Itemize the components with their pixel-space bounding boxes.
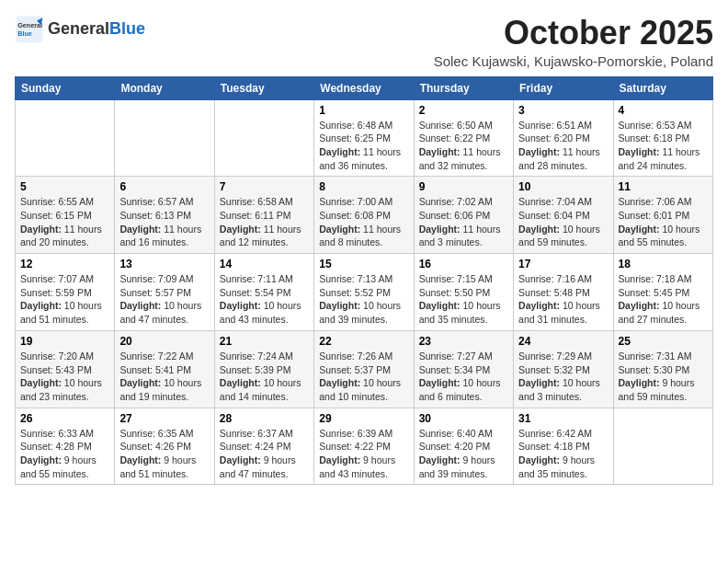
day-info: Sunrise: 6:40 AMSunset: 4:20 PMDaylight:… <box>419 427 508 481</box>
calendar-cell: 5Sunrise: 6:55 AMSunset: 6:15 PMDaylight… <box>16 177 115 254</box>
day-number: 22 <box>319 335 408 348</box>
day-info: Sunrise: 6:39 AMSunset: 4:22 PMDaylight:… <box>319 427 408 481</box>
calendar-cell: 8Sunrise: 7:00 AMSunset: 6:08 PMDaylight… <box>314 177 414 254</box>
day-info: Sunrise: 7:06 AMSunset: 6:01 PMDaylight:… <box>619 195 708 249</box>
day-number: 4 <box>619 104 708 117</box>
day-info: Sunrise: 7:24 AMSunset: 5:39 PMDaylight:… <box>220 350 309 404</box>
calendar-cell: 27Sunrise: 6:35 AMSunset: 4:26 PMDayligh… <box>115 408 214 485</box>
day-number: 13 <box>119 258 209 270</box>
calendar-cell: 28Sunrise: 6:37 AMSunset: 4:24 PMDayligh… <box>214 408 313 485</box>
day-info: Sunrise: 7:04 AMSunset: 6:04 PMDaylight:… <box>518 195 608 249</box>
day-info: Sunrise: 7:22 AMSunset: 5:41 PMDaylight:… <box>119 350 209 404</box>
calendar-cell: 7Sunrise: 6:58 AMSunset: 6:11 PMDaylight… <box>214 177 313 254</box>
day-number: 17 <box>518 258 608 270</box>
calendar-cell: 29Sunrise: 6:39 AMSunset: 4:22 PMDayligh… <box>314 408 414 485</box>
day-info: Sunrise: 7:20 AMSunset: 5:43 PMDaylight:… <box>20 350 109 404</box>
day-info: Sunrise: 7:16 AMSunset: 5:48 PMDaylight:… <box>518 272 608 327</box>
calendar-table: SundayMondayTuesdayWednesdayThursdayFrid… <box>15 76 713 486</box>
day-info: Sunrise: 7:09 AMSunset: 5:57 PMDaylight:… <box>119 272 209 327</box>
day-number: 29 <box>319 412 408 425</box>
calendar-cell: 21Sunrise: 7:24 AMSunset: 5:39 PMDayligh… <box>214 330 313 408</box>
calendar-cell <box>214 99 313 177</box>
day-number: 11 <box>619 180 708 193</box>
day-number: 12 <box>20 258 109 270</box>
calendar-cell: 12Sunrise: 7:07 AMSunset: 5:59 PMDayligh… <box>16 254 115 331</box>
day-number: 24 <box>518 335 608 348</box>
day-info: Sunrise: 6:37 AMSunset: 4:24 PMDaylight:… <box>220 427 309 481</box>
calendar-week-row: 1Sunrise: 6:48 AMSunset: 6:25 PMDaylight… <box>16 99 713 177</box>
calendar-cell: 4Sunrise: 6:53 AMSunset: 6:18 PMDaylight… <box>613 99 712 177</box>
day-info: Sunrise: 7:29 AMSunset: 5:32 PMDaylight:… <box>518 350 608 404</box>
calendar-cell: 26Sunrise: 6:33 AMSunset: 4:28 PMDayligh… <box>16 408 115 485</box>
day-info: Sunrise: 6:55 AMSunset: 6:15 PMDaylight:… <box>20 195 109 249</box>
day-info: Sunrise: 6:35 AMSunset: 4:26 PMDaylight:… <box>119 427 209 481</box>
calendar-cell <box>115 99 214 177</box>
calendar-cell: 16Sunrise: 7:15 AMSunset: 5:50 PMDayligh… <box>414 254 513 331</box>
svg-text:Blue: Blue <box>17 29 32 38</box>
calendar-header-row: SundayMondayTuesdayWednesdayThursdayFrid… <box>16 76 713 99</box>
day-number: 16 <box>419 258 508 270</box>
calendar-cell: 22Sunrise: 7:26 AMSunset: 5:37 PMDayligh… <box>314 330 414 408</box>
day-info: Sunrise: 7:00 AMSunset: 6:08 PMDaylight:… <box>319 195 408 249</box>
day-info: Sunrise: 7:11 AMSunset: 5:54 PMDaylight:… <box>220 272 309 327</box>
day-info: Sunrise: 6:42 AMSunset: 4:18 PMDaylight:… <box>518 427 608 481</box>
calendar-cell: 23Sunrise: 7:27 AMSunset: 5:34 PMDayligh… <box>414 330 513 408</box>
day-number: 8 <box>319 180 408 193</box>
day-number: 10 <box>518 180 608 193</box>
day-number: 7 <box>220 180 309 193</box>
month-title: October 2025 <box>434 15 713 52</box>
weekday-header: Tuesday <box>214 76 313 99</box>
page-header: General Blue GeneralBlue October 2025 So… <box>15 15 713 69</box>
day-number: 19 <box>20 335 109 348</box>
calendar-cell: 11Sunrise: 7:06 AMSunset: 6:01 PMDayligh… <box>613 177 712 254</box>
calendar-cell: 25Sunrise: 7:31 AMSunset: 5:30 PMDayligh… <box>613 330 712 408</box>
day-number: 15 <box>319 258 408 270</box>
day-info: Sunrise: 6:53 AMSunset: 6:18 PMDaylight:… <box>619 119 708 173</box>
weekday-header: Wednesday <box>314 76 414 99</box>
day-number: 30 <box>419 412 508 425</box>
day-number: 23 <box>419 335 508 348</box>
day-number: 31 <box>518 412 608 425</box>
calendar-cell: 13Sunrise: 7:09 AMSunset: 5:57 PMDayligh… <box>115 254 214 331</box>
day-number: 9 <box>419 180 508 193</box>
calendar-week-row: 5Sunrise: 6:55 AMSunset: 6:15 PMDaylight… <box>16 177 713 254</box>
calendar-cell: 1Sunrise: 6:48 AMSunset: 6:25 PMDaylight… <box>314 99 414 177</box>
logo: General Blue GeneralBlue <box>15 15 145 44</box>
calendar-cell: 20Sunrise: 7:22 AMSunset: 5:41 PMDayligh… <box>115 330 214 408</box>
calendar-cell: 30Sunrise: 6:40 AMSunset: 4:20 PMDayligh… <box>414 408 513 485</box>
day-number: 18 <box>619 258 708 270</box>
calendar-cell: 19Sunrise: 7:20 AMSunset: 5:43 PMDayligh… <box>16 330 115 408</box>
day-number: 21 <box>220 335 309 348</box>
logo-icon: General Blue <box>15 15 44 44</box>
day-info: Sunrise: 6:33 AMSunset: 4:28 PMDaylight:… <box>20 427 109 481</box>
calendar-cell <box>613 408 712 485</box>
calendar-cell: 3Sunrise: 6:51 AMSunset: 6:20 PMDaylight… <box>514 99 613 177</box>
calendar-cell: 10Sunrise: 7:04 AMSunset: 6:04 PMDayligh… <box>514 177 613 254</box>
day-info: Sunrise: 6:51 AMSunset: 6:20 PMDaylight:… <box>518 119 608 173</box>
day-info: Sunrise: 7:26 AMSunset: 5:37 PMDaylight:… <box>319 350 408 404</box>
day-number: 25 <box>619 335 708 348</box>
calendar-cell: 18Sunrise: 7:18 AMSunset: 5:45 PMDayligh… <box>613 254 712 331</box>
weekday-header: Thursday <box>414 76 513 99</box>
day-info: Sunrise: 7:07 AMSunset: 5:59 PMDaylight:… <box>20 272 109 327</box>
calendar-cell <box>16 99 115 177</box>
day-number: 5 <box>20 180 109 193</box>
day-number: 27 <box>119 412 209 425</box>
title-block: October 2025 Solec Kujawski, Kujawsko-Po… <box>434 15 713 69</box>
calendar-cell: 14Sunrise: 7:11 AMSunset: 5:54 PMDayligh… <box>214 254 313 331</box>
day-number: 3 <box>518 104 608 117</box>
calendar-week-row: 12Sunrise: 7:07 AMSunset: 5:59 PMDayligh… <box>16 254 713 331</box>
day-info: Sunrise: 6:58 AMSunset: 6:11 PMDaylight:… <box>220 195 309 249</box>
calendar-cell: 9Sunrise: 7:02 AMSunset: 6:06 PMDaylight… <box>414 177 513 254</box>
day-info: Sunrise: 7:27 AMSunset: 5:34 PMDaylight:… <box>419 350 508 404</box>
calendar-week-row: 26Sunrise: 6:33 AMSunset: 4:28 PMDayligh… <box>16 408 713 485</box>
svg-text:General: General <box>17 21 42 29</box>
day-info: Sunrise: 7:31 AMSunset: 5:30 PMDaylight:… <box>619 350 708 404</box>
day-number: 1 <box>319 104 408 117</box>
day-info: Sunrise: 7:02 AMSunset: 6:06 PMDaylight:… <box>419 195 508 249</box>
weekday-header: Saturday <box>613 76 712 99</box>
calendar-cell: 24Sunrise: 7:29 AMSunset: 5:32 PMDayligh… <box>514 330 613 408</box>
day-info: Sunrise: 6:50 AMSunset: 6:22 PMDaylight:… <box>419 119 508 173</box>
logo-general-text: General <box>48 19 109 38</box>
calendar-cell: 2Sunrise: 6:50 AMSunset: 6:22 PMDaylight… <box>414 99 513 177</box>
